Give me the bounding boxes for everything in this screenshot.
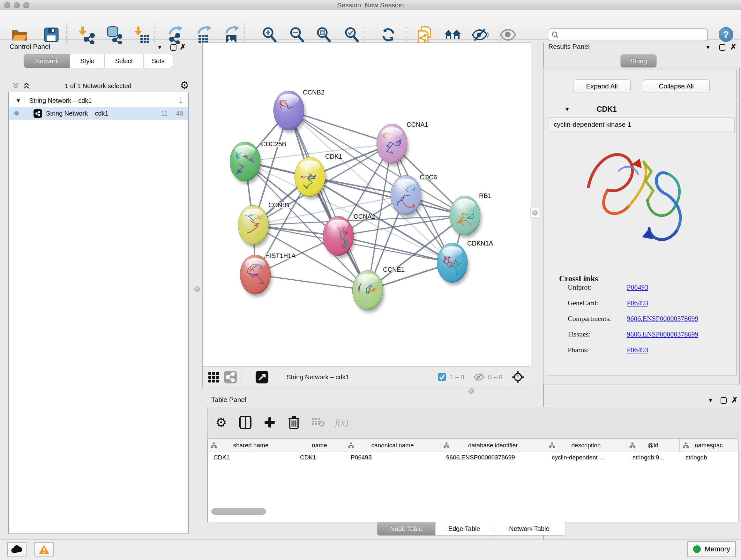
tab-select[interactable]: Select [105, 54, 143, 68]
results-panel-menu-icon[interactable]: ▼ [705, 45, 711, 50]
crosslink-link[interactable]: P06493 [627, 283, 648, 292]
collection-collapse-icon[interactable]: ▼ [16, 98, 21, 104]
network-node-CCNB2[interactable] [273, 91, 306, 133]
network-options-gear-icon[interactable]: ⚙ [180, 79, 189, 91]
table-panel-float-icon[interactable] [721, 397, 727, 405]
protein-collapse-icon[interactable]: ▼ [564, 107, 570, 112]
table-header-row: shared namenamecanonical namedatabase id… [208, 439, 738, 451]
column-header-database-identifier[interactable]: database identifier [441, 439, 546, 451]
table-panel-menu-icon[interactable]: ▼ [708, 398, 713, 403]
network-canvas[interactable]: CCNB2CCNA1CDC25BCDK1CDC6RB1CCNB1CCNA2CDK… [202, 43, 531, 367]
network-row[interactable]: String Network – cdk1 11 48 [9, 107, 188, 120]
add-column-icon[interactable] [259, 412, 280, 433]
fit-content-crosshair-icon[interactable] [512, 371, 524, 383]
column-header-description[interactable]: description [546, 439, 627, 451]
table-cell[interactable]: cyclin-dependent ... [546, 451, 627, 463]
table-row[interactable]: CDK1CDK1P064939606.ENSP00000378699cyclin… [208, 451, 738, 463]
selected-checkbox-icon[interactable] [438, 373, 446, 381]
tab-edge-table[interactable]: Edge Table [435, 522, 493, 536]
crosslink-link[interactable]: P06493 [627, 346, 648, 354]
network-node-RB1[interactable] [450, 196, 482, 238]
table-columns-icon[interactable] [235, 412, 256, 433]
table-cell[interactable]: 9606.ENSP00000378699 [441, 451, 546, 463]
collapse-all-icon[interactable] [11, 82, 20, 90]
collapse-all-button[interactable]: Collapse All [643, 79, 710, 93]
network-node-CCNB1[interactable] [238, 205, 270, 248]
column-header-namespac[interactable]: namespac [680, 439, 738, 451]
function-builder-icon[interactable]: f(x) [332, 412, 352, 433]
network-node-CCNA1[interactable] [377, 124, 409, 166]
import-table-button[interactable] [131, 23, 153, 46]
table-cell[interactable]: stringdb:9... [627, 451, 680, 463]
delete-column-trash-icon[interactable] [284, 412, 304, 433]
table-horizontal-scrollbar[interactable] [211, 508, 266, 515]
network-node-HIST1H1A[interactable] [240, 255, 272, 297]
tab-style[interactable]: Style [70, 54, 105, 68]
network-node-CDKN1A[interactable] [437, 243, 469, 286]
search-input[interactable] [559, 31, 707, 39]
control-panel-float-icon[interactable] [171, 44, 177, 52]
right-splitter-handle[interactable] [530, 207, 539, 218]
column-header-shared-name[interactable]: shared name [208, 439, 294, 451]
import-network-from-database-button[interactable] [103, 23, 125, 46]
table-cell[interactable]: CDK1 [208, 451, 294, 463]
network-edge[interactable] [289, 111, 367, 290]
network-collection-row[interactable]: ▼ String Network – cdk1 1 [9, 94, 188, 107]
crosslink-link[interactable]: 9606.ENSP00000378699 [627, 314, 698, 323]
expand-all-button[interactable]: Expand All [573, 79, 630, 93]
hidden-eye-slash-icon[interactable] [474, 372, 485, 382]
crosslink-row: Pharos:P06493 [568, 346, 734, 354]
export-table-icon [196, 26, 213, 44]
import-network-button[interactable] [75, 23, 98, 46]
help-label: ? [723, 29, 729, 40]
table-panel-close-icon[interactable]: ✗ [731, 397, 738, 403]
network-node-CCNE1[interactable] [352, 270, 385, 313]
node-label-CDC25B: CDC25B [261, 140, 286, 147]
birds-eye-view-icon[interactable] [255, 370, 269, 384]
help-button[interactable]: ? [719, 27, 733, 42]
left-splitter-handle[interactable] [194, 287, 200, 292]
crosslink-link[interactable]: 9606.ENSP00000378699 [627, 330, 698, 338]
tab-node-table[interactable]: Node Table [377, 522, 435, 536]
protein-result-card: ▼ CDK1 cyclin-dependent kinase 1 CrossLi… [546, 101, 737, 375]
crosslink-link[interactable]: P06493 [627, 299, 648, 307]
toolbar-separator [407, 23, 407, 45]
results-panel-close-icon[interactable]: ✗ [730, 44, 737, 50]
toolbar-separator [66, 23, 67, 45]
toolbar-separator [469, 370, 469, 384]
duplicate-pages-icon [416, 26, 433, 44]
control-panel-title: Control Panel [10, 43, 50, 51]
cloud-button[interactable] [7, 543, 26, 557]
expand-all-icon[interactable] [22, 82, 30, 90]
network-view-toolbar: String Network – cdk1 1 – 0 0 – 0 [202, 366, 531, 388]
tab-network[interactable]: Network [24, 54, 70, 68]
table-gear-icon[interactable]: ⚙ [211, 412, 231, 433]
network-share-view-icon[interactable] [224, 370, 237, 384]
tab-sets[interactable]: Sets [143, 54, 173, 68]
network-edge[interactable] [338, 236, 452, 263]
network-node-CDK1[interactable] [294, 157, 327, 199]
table-cell[interactable]: stringdb [680, 451, 738, 463]
column-header-name[interactable]: name [294, 439, 345, 451]
window-title: Session: New Session [0, 1, 741, 9]
warnings-button[interactable] [35, 543, 54, 557]
network-type-icon [33, 109, 42, 118]
protein-card-header[interactable]: ▼ CDK1 [546, 101, 736, 117]
zoom-fit-icon [316, 26, 332, 43]
control-panel-close-icon[interactable]: ✗ [180, 44, 186, 50]
column-header-canonical-name[interactable]: canonical name [345, 439, 441, 451]
control-panel-menu-icon[interactable]: ▼ [157, 45, 162, 50]
bottom-splitter-handle[interactable] [468, 388, 474, 394]
column-header-@id[interactable]: @id [626, 439, 679, 451]
grid-view-icon[interactable] [208, 371, 220, 383]
table-cell[interactable]: P06493 [345, 451, 441, 463]
tab-string[interactable]: String [621, 55, 657, 67]
results-panel-float-icon[interactable] [719, 44, 725, 52]
search-box [548, 28, 708, 41]
delete-table-icon[interactable] [308, 412, 328, 433]
table-cell[interactable]: CDK1 [294, 451, 345, 463]
tab-network-table[interactable]: Network Table [493, 522, 565, 536]
network-node-CCNA2[interactable] [323, 216, 355, 259]
network-node-CDC6[interactable] [391, 175, 423, 218]
memory-button[interactable]: Memory [687, 541, 736, 557]
